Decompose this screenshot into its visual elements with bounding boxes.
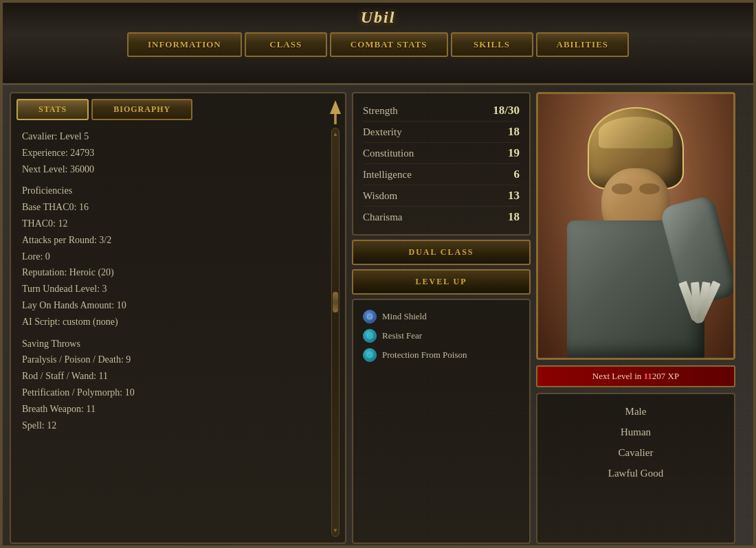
header-area: Ubil INFORMATION CLASS COMBAT STATS SKIL…: [3, 3, 753, 85]
left-panel: STATS BIOGRAPHY Cavalier: Level 5 Experi…: [10, 92, 346, 544]
protection-poison-label: Protection From Poison: [382, 350, 467, 361]
main-tabs: INFORMATION CLASS COMBAT STATS SKILLS AB…: [113, 32, 643, 57]
innate-abilities-block: Mind Shield Resist Fear: [352, 299, 531, 544]
alignment-text: Lawful Good: [547, 463, 724, 483]
intelligence-value: 6: [485, 168, 520, 181]
gender-text: Male: [547, 401, 724, 422]
wisdom-value: 13: [485, 189, 520, 203]
dexterity-label: Dexterity: [363, 126, 402, 138]
class-level-text: Cavalier: Level 5: [22, 128, 334, 145]
mind-shield-row: Mind Shield: [363, 307, 520, 326]
dual-class-button[interactable]: DUAL CLASS: [352, 240, 531, 265]
tab-information[interactable]: INFORMATION: [127, 32, 242, 57]
experience-text: Experience: 24793: [22, 145, 334, 161]
xp-amount-text: 11: [644, 371, 652, 381]
character-name: Ubil: [361, 3, 396, 27]
level-up-button[interactable]: LEVEL UP: [352, 269, 531, 295]
spell-text: Spell: 12: [22, 418, 334, 434]
main-window: Ubil INFORMATION CLASS COMBAT STATS SKIL…: [0, 0, 756, 548]
svg-point-0: [367, 314, 373, 319]
charisma-row: Charisma 18: [363, 207, 520, 227]
resist-fear-icon: [363, 329, 377, 343]
strength-row: Strength 18/30: [363, 100, 520, 122]
xp-bar: Next Level in 11207 XP: [536, 365, 735, 387]
tab-combat-stats[interactable]: COMBAT STATS: [330, 32, 448, 57]
constitution-value: 19: [485, 146, 520, 160]
charisma-value: 18: [485, 210, 520, 224]
protection-poison-row: Protection From Poison: [363, 345, 520, 365]
lay-on-hands-text: Lay On Hands Amount: 10: [22, 297, 334, 314]
attacks-text: Attacks per Round: 3/2: [22, 232, 334, 249]
dexterity-value: 18: [485, 125, 520, 139]
saving-throws-header: Saving Throws: [22, 336, 334, 352]
thac0-text: THAC0: 12: [22, 216, 334, 232]
xp-remainder-text: 207 XP: [652, 371, 679, 381]
svg-point-1: [367, 333, 373, 339]
ai-script-text: AI Script: custom (none): [22, 314, 334, 330]
stats-text-block: Cavalier: Level 5 Experience: 24793 Next…: [11, 120, 345, 442]
intelligence-label: Intelligence: [363, 169, 412, 181]
breath-weapon-text: Breath Weapon: 11: [22, 401, 334, 418]
lore-text: Lore: 0: [22, 249, 334, 265]
dexterity-row: Dexterity 18: [363, 122, 520, 143]
class-text: Cavalier: [547, 442, 724, 463]
protection-poison-icon: [363, 348, 377, 362]
proficiencies-header: Proficiencies: [22, 183, 334, 199]
xp-prefix-text: Next Level in: [592, 371, 644, 381]
race-text: Human: [547, 422, 724, 442]
scrollbar[interactable]: [331, 128, 340, 537]
mind-shield-icon: [363, 310, 377, 323]
base-thac0-text: Base THAC0: 16: [22, 199, 334, 216]
next-level-text: Next Level: 36000: [22, 161, 334, 178]
rod-staff-text: Rod / Staff / Wand: 11: [22, 368, 334, 385]
character-portrait: [536, 92, 735, 360]
svg-point-2: [367, 352, 373, 358]
scroll-top-decoration: [330, 100, 341, 124]
charisma-label: Charisma: [363, 212, 403, 223]
portrait-claws: [665, 282, 733, 337]
resist-fear-row: Resist Fear: [363, 326, 520, 345]
content-area: STATS BIOGRAPHY Cavalier: Level 5 Experi…: [3, 85, 753, 548]
scroll-thumb[interactable]: [333, 292, 338, 312]
turn-undead-text: Turn Undead Level: 3: [22, 281, 334, 297]
strength-label: Strength: [363, 105, 398, 117]
strength-value: 18/30: [485, 104, 520, 117]
tab-class[interactable]: CLASS: [245, 32, 327, 57]
sub-tab-biography[interactable]: BIOGRAPHY: [91, 99, 192, 120]
resist-fear-label: Resist Fear: [382, 330, 422, 341]
ability-scores-block: Strength 18/30 Dexterity 18 Constitution…: [352, 92, 531, 236]
petrification-text: Petrification / Polymorph: 10: [22, 385, 334, 401]
sub-tabs: STATS BIOGRAPHY: [11, 93, 345, 120]
right-panel: Next Level in 11207 XP Male Human Cavali…: [536, 92, 735, 544]
constitution-label: Constitution: [363, 148, 414, 159]
tab-abilities[interactable]: ABILITIES: [536, 32, 629, 57]
mind-shield-label: Mind Shield: [382, 311, 427, 322]
paralysis-text: Paralysis / Poison / Death: 9: [22, 352, 334, 368]
char-info-block: Male Human Cavalier Lawful Good: [536, 393, 735, 544]
middle-panel: Strength 18/30 Dexterity 18 Constitution…: [352, 92, 531, 544]
constitution-row: Constitution 19: [363, 143, 520, 164]
sub-tab-stats[interactable]: STATS: [16, 99, 89, 120]
wisdom-row: Wisdom 13: [363, 185, 520, 207]
intelligence-row: Intelligence 6: [363, 164, 520, 185]
wisdom-label: Wisdom: [363, 190, 397, 202]
reputation-text: Reputation: Heroic (20): [22, 264, 334, 281]
tab-skills[interactable]: SKILLS: [451, 32, 533, 57]
